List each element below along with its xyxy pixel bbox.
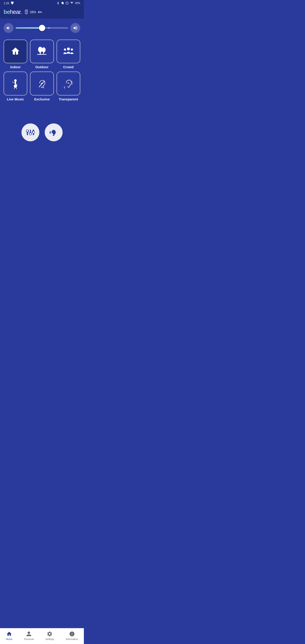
action-buttons bbox=[0, 117, 84, 146]
ear-waves-icon bbox=[49, 128, 58, 137]
violin-icon bbox=[9, 77, 22, 90]
svg-point-32 bbox=[26, 130, 28, 132]
svg-rect-6 bbox=[26, 14, 27, 14]
indoor-label: Indoor bbox=[10, 65, 21, 69]
live-music-button[interactable] bbox=[4, 72, 27, 95]
wifi-icon bbox=[70, 2, 74, 5]
svg-rect-11 bbox=[37, 54, 46, 55]
mode-live-music[interactable]: Live Music bbox=[4, 72, 27, 101]
volume-high-icon bbox=[73, 26, 78, 30]
bluetooth-icon bbox=[56, 2, 60, 5]
svg-line-20 bbox=[14, 87, 15, 89]
svg-point-12 bbox=[67, 48, 70, 50]
exclusive-button[interactable]: T bbox=[30, 72, 54, 95]
mode-exclusive[interactable]: T Exclusive bbox=[30, 72, 54, 101]
indoor-button[interactable] bbox=[4, 40, 27, 63]
svg-rect-10 bbox=[43, 52, 44, 54]
slider-track bbox=[16, 27, 68, 28]
slider-thumb[interactable] bbox=[39, 25, 45, 31]
crowd-button[interactable] bbox=[56, 40, 80, 63]
transparent-label: Transparent bbox=[59, 97, 78, 101]
sliders-icon bbox=[26, 128, 35, 137]
mute-icon bbox=[61, 2, 64, 5]
svg-point-36 bbox=[32, 131, 35, 133]
battery-display: 45% bbox=[75, 2, 80, 5]
app-header: behear. 28% bbox=[0, 6, 84, 18]
ear-cancel-icon: T bbox=[36, 77, 48, 90]
slider-dot bbox=[48, 27, 50, 28]
mode-transparent[interactable]: T Transparent bbox=[56, 72, 80, 101]
svg-point-17 bbox=[14, 84, 17, 88]
volume-up-button[interactable] bbox=[70, 23, 80, 33]
svg-text:T: T bbox=[43, 86, 44, 89]
svg-line-21 bbox=[16, 87, 17, 89]
svg-rect-9 bbox=[40, 52, 41, 54]
outdoor-label: Outdoor bbox=[35, 65, 48, 69]
svg-point-34 bbox=[29, 133, 32, 135]
transparent-button[interactable]: T bbox=[56, 72, 80, 95]
spacer bbox=[0, 103, 84, 117]
status-icons: 45% bbox=[56, 2, 80, 5]
exclusive-label: Exclusive bbox=[34, 97, 50, 101]
device-battery: 28% bbox=[24, 10, 42, 14]
notification-icon bbox=[10, 1, 14, 5]
house-icon bbox=[9, 45, 22, 58]
people-icon bbox=[62, 45, 75, 58]
svg-line-19 bbox=[13, 82, 13, 82]
status-time: 1:25 bbox=[4, 1, 14, 5]
slider-fill bbox=[16, 27, 42, 28]
bluetooth-audio-icon bbox=[37, 10, 42, 14]
equalizer-button[interactable] bbox=[22, 124, 39, 141]
live-music-label: Live Music bbox=[7, 97, 24, 101]
svg-point-7 bbox=[38, 47, 43, 52]
svg-point-15 bbox=[14, 79, 17, 82]
mode-indoor[interactable]: Indoor bbox=[4, 40, 27, 69]
svg-rect-0 bbox=[11, 2, 14, 3]
mode-grid: Indoor Outdoor bbox=[0, 35, 84, 103]
outdoor-button[interactable] bbox=[30, 40, 54, 63]
mode-outdoor[interactable]: Outdoor bbox=[30, 40, 54, 69]
svg-point-8 bbox=[42, 48, 46, 52]
app-logo: behear. bbox=[4, 8, 22, 16]
volume-slider[interactable] bbox=[16, 23, 68, 33]
device-icon bbox=[24, 10, 28, 14]
mode-crowd[interactable]: Crowd bbox=[56, 40, 80, 69]
svg-text:T: T bbox=[64, 86, 65, 89]
volume-low-icon bbox=[6, 26, 11, 30]
ear-transparent-icon: T bbox=[62, 77, 75, 90]
svg-rect-5 bbox=[26, 10, 27, 13]
svg-point-14 bbox=[71, 48, 73, 51]
status-bar: 1:25 45% bbox=[0, 0, 84, 6]
tree-icon bbox=[36, 45, 48, 58]
dnd-icon bbox=[66, 2, 69, 5]
volume-down-button[interactable] bbox=[4, 23, 14, 33]
main-content: Indoor Outdoor bbox=[0, 18, 84, 173]
svg-point-13 bbox=[64, 48, 66, 51]
crowd-label: Crowd bbox=[63, 65, 74, 69]
hearing-button[interactable] bbox=[45, 124, 62, 141]
volume-control bbox=[0, 18, 84, 35]
